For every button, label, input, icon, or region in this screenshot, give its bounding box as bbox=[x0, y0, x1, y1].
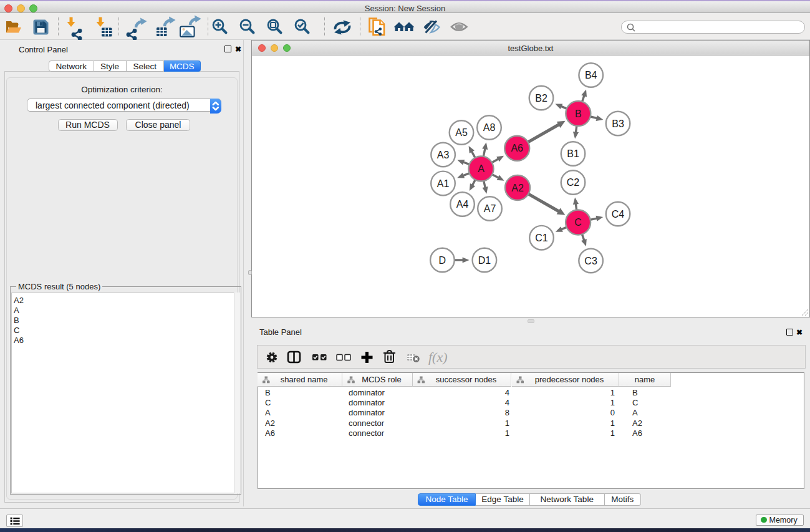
svg-text:D: D bbox=[439, 255, 446, 266]
svg-text:C1: C1 bbox=[535, 233, 548, 243]
svg-text:A: A bbox=[478, 163, 485, 174]
svg-text:B2: B2 bbox=[535, 93, 547, 104]
svg-text:B: B bbox=[575, 109, 582, 119]
svg-text:A3: A3 bbox=[437, 150, 450, 160]
svg-text:A1: A1 bbox=[437, 178, 450, 189]
svg-text:C2: C2 bbox=[567, 177, 580, 188]
svg-text:A4: A4 bbox=[456, 199, 469, 210]
svg-text:B1: B1 bbox=[567, 148, 579, 159]
svg-text:C3: C3 bbox=[584, 256, 597, 266]
svg-text:f(x): f(x) bbox=[428, 349, 448, 365]
svg-text:C4: C4 bbox=[612, 209, 625, 220]
svg-text:A8: A8 bbox=[483, 122, 496, 133]
svg-text:C: C bbox=[574, 217, 582, 228]
svg-text:B4: B4 bbox=[585, 70, 597, 80]
svg-text:A5: A5 bbox=[455, 127, 468, 138]
svg-text:A7: A7 bbox=[484, 203, 496, 214]
svg-text:D1: D1 bbox=[478, 255, 491, 266]
svg-text:A2: A2 bbox=[511, 183, 524, 193]
svg-text:B3: B3 bbox=[612, 118, 624, 129]
svg-text:A6: A6 bbox=[511, 143, 523, 153]
